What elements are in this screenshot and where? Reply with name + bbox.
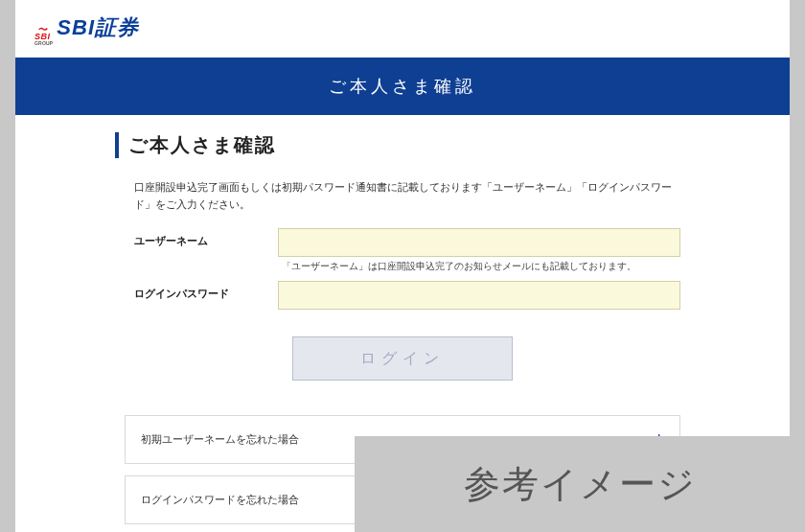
reference-image-overlay: 参考イメージ bbox=[355, 436, 805, 532]
login-button[interactable]: ログイン bbox=[292, 336, 513, 381]
forgot-password-label: ログインパスワードを忘れた場合 bbox=[141, 493, 299, 507]
banner-title: ご本人さま確認 bbox=[329, 77, 476, 96]
username-input[interactable] bbox=[278, 228, 680, 257]
instruction-text: 口座開設申込完了画面もしくは初期パスワード通知書に記載しております「ユーザーネー… bbox=[134, 179, 680, 213]
logo[interactable]: 〜 SBI GROUP SBI証券 bbox=[34, 13, 139, 48]
password-input[interactable] bbox=[278, 281, 680, 310]
login-button-wrap: ログイン bbox=[115, 336, 690, 381]
username-row: ユーザーネーム 「ユーザーネーム」は口座開設申込完了のお知らせメールにも記載して… bbox=[134, 228, 680, 273]
username-hint: 「ユーザーネーム」は口座開設申込完了のお知らせメールにも記載しております。 bbox=[282, 261, 680, 273]
section-title: ご本人さま確認 bbox=[115, 132, 690, 158]
username-field-wrap: 「ユーザーネーム」は口座開設申込完了のお知らせメールにも記載しております。 bbox=[278, 228, 680, 273]
header: 〜 SBI GROUP SBI証券 bbox=[15, 0, 790, 58]
password-row: ログインパスワード bbox=[134, 281, 680, 310]
forgot-username-label: 初期ユーザーネームを忘れた場合 bbox=[141, 432, 299, 447]
password-label: ログインパスワード bbox=[134, 281, 278, 301]
logo-text: SBI証券 bbox=[57, 13, 139, 42]
password-field-wrap bbox=[278, 281, 680, 310]
logo-mark-icon: 〜 SBI GROUP bbox=[34, 27, 53, 46]
banner: ご本人さま確認 bbox=[15, 58, 790, 115]
username-label: ユーザーネーム bbox=[134, 228, 278, 248]
overlay-label: 参考イメージ bbox=[464, 460, 697, 509]
